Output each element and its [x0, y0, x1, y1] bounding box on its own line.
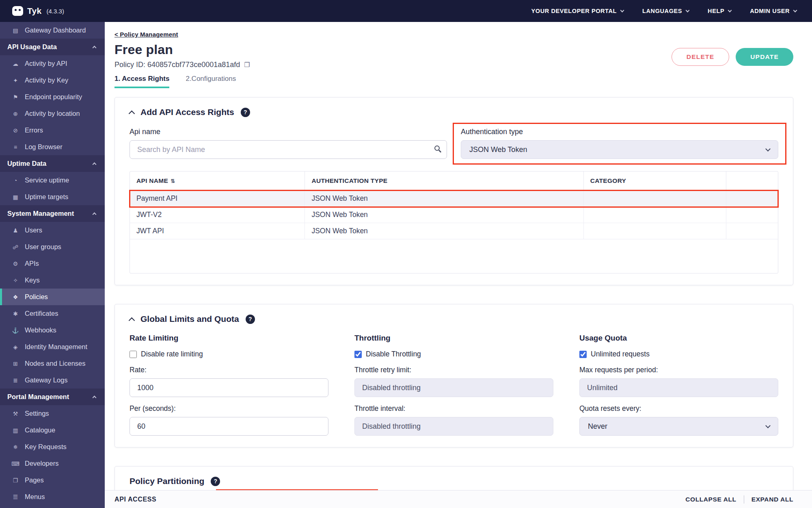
sidebar-item-user-groups[interactable]: ☍ User groups — [0, 239, 105, 255]
help-icon[interactable]: ? — [241, 108, 250, 117]
sidebar-item-webhooks[interactable]: ⚓ Webhooks — [0, 322, 105, 339]
unlimited-requests-row: Unlimited requests — [579, 350, 778, 358]
throttle-interval-input[interactable] — [354, 417, 553, 436]
unlimited-requests-checkbox[interactable] — [579, 351, 587, 358]
sidebar-item-label: Activity by location — [25, 110, 80, 117]
sidebar-item-uptime-targets[interactable]: ▦ Uptime targets — [0, 189, 105, 205]
sidebar-item-nodes-and-licenses[interactable]: ⊞ Nodes and Licenses — [0, 355, 105, 372]
sidebar-item-activity-by-api[interactable]: ☁ Activity by API — [0, 55, 105, 72]
sidebar-item-activity-by-key[interactable]: ✦ Activity by Key — [0, 72, 105, 89]
sidebar-item-errors[interactable]: ⊘ Errors — [0, 122, 105, 139]
sidebar-item-gateway-logs[interactable]: ≣ Gateway Logs — [0, 372, 105, 389]
sidebar-item-certificates[interactable]: ✱ Certificates — [0, 305, 105, 322]
sidebar-section-system-management[interactable]: System Management — [0, 205, 105, 222]
throttle-interval-label: Throttle interval: — [354, 404, 553, 413]
max-requests-input[interactable] — [579, 378, 778, 397]
sort-icon[interactable]: ⇅ — [171, 178, 175, 184]
auth-type-select[interactable]: JSON Web Token — [461, 140, 778, 159]
tyk-logo[interactable]: Tyk (4.3.3) — [12, 6, 64, 16]
sidebar-item-label: Nodes and Licenses — [25, 360, 86, 367]
tabs: 1. Access Rights 2.Configurations — [114, 75, 793, 88]
delete-button[interactable]: DELETE — [672, 48, 729, 66]
collapse-icon[interactable] — [129, 317, 135, 323]
flag-icon: ⚑ — [11, 94, 20, 100]
catalogue-icon: ▥ — [11, 427, 20, 434]
col-header-api-name[interactable]: API NAME⇅ — [130, 172, 305, 191]
sidebar-item-label: Keys — [25, 276, 40, 284]
disable-throttling-row: Disable Throttling — [354, 350, 553, 358]
usage-quota-title: Usage Quota — [579, 334, 778, 343]
logs-icon: ≣ — [11, 377, 20, 384]
sidebar-item-catalogue[interactable]: ▥ Catalogue — [0, 422, 105, 439]
sidebar-item-gateway-dashboard[interactable]: ▤ Gateway Dashboard — [0, 22, 105, 39]
table-row-jwt-v2[interactable]: JWT-V2 JSON Web Token — [130, 207, 778, 223]
access-rights-card: Add API Access Rights ? Api name Authent… — [114, 97, 793, 285]
admin-user-menu[interactable]: ADMIN USER — [750, 8, 797, 14]
sidebar-item-label: Catalogue — [25, 426, 55, 434]
sidebar-item-label: Webhooks — [25, 326, 56, 334]
pages-icon: ❐ — [11, 477, 20, 484]
help-icon[interactable]: ? — [246, 315, 255, 324]
sidebar-item-label: Settings — [25, 410, 49, 417]
sidebar-item-label: Key Requests — [25, 443, 67, 451]
sidebar-item-keys[interactable]: ✧ Keys — [0, 272, 105, 289]
quota-resets-select[interactable]: Never — [579, 417, 778, 436]
sidebar-item-activity-by-location[interactable]: ⊕ Activity by location — [0, 105, 105, 122]
sidebar-item-service-uptime[interactable]: ◔ Service uptime — [0, 172, 105, 189]
sidebar-item-label: Uptime targets — [25, 193, 68, 201]
collapse-all-button[interactable]: COLLAPSE ALL — [685, 496, 736, 503]
collapse-icon[interactable] — [129, 110, 135, 117]
api-access-section-label: API ACCESS — [114, 496, 156, 503]
languages-menu[interactable]: LANGUAGES — [642, 8, 689, 14]
developer-portal-menu[interactable]: YOUR DEVELOPER PORTAL — [531, 8, 624, 14]
sidebar-section-label: System Management — [7, 210, 74, 217]
sidebar-section-uptime-data[interactable]: Uptime Data — [0, 155, 105, 172]
sidebar-item-label: APIs — [25, 260, 39, 267]
help-icon[interactable]: ? — [211, 477, 220, 486]
copy-icon[interactable]: ❐ — [244, 61, 250, 69]
main-content: < Policy Management Free plan Policy ID:… — [105, 22, 812, 490]
sidebar-section-portal-management[interactable]: Portal Management — [0, 389, 105, 405]
disable-throttling-checkbox[interactable] — [354, 351, 362, 358]
rate-input[interactable] — [130, 378, 328, 397]
sidebar-item-log-browser[interactable]: ≡ Log Browser — [0, 139, 105, 155]
partitioning-card: Policy Partitioning ? Enforce access rig… — [114, 466, 793, 490]
sidebar-item-pages[interactable]: ❐ Pages — [0, 472, 105, 488]
sidebar-section-api-usage-data[interactable]: API Usage Data — [0, 39, 105, 55]
sidebar-item-users[interactable]: ♟ Users — [0, 222, 105, 239]
api-search-input[interactable] — [130, 140, 447, 159]
throttle-retry-limit-input[interactable] — [354, 378, 553, 397]
sidebar-item-label: User groups — [25, 243, 61, 251]
cell-auth-type: JSON Web Token — [305, 191, 583, 207]
col-header-category: CATEGORY — [583, 172, 726, 191]
sidebar-item-endpoint-popularity[interactable]: ⚑ Endpoint popularity — [0, 89, 105, 105]
disable-rate-limiting-checkbox[interactable] — [130, 351, 137, 358]
sidebar-item-apis[interactable]: ⚙ APIs — [0, 255, 105, 272]
sidebar-item-key-requests[interactable]: ✵ Key Requests — [0, 439, 105, 455]
max-requests-label: Max requests per period: — [579, 366, 778, 374]
chevron-down-icon — [793, 9, 797, 13]
tyk-logo-text: Tyk — [27, 6, 42, 16]
auth-type-label: Authentication type — [461, 128, 778, 136]
tab-access-rights[interactable]: 1. Access Rights — [114, 75, 169, 88]
expand-all-button[interactable]: EXPAND ALL — [752, 496, 793, 503]
sidebar-item-developers[interactable]: ⌨ Developers — [0, 455, 105, 472]
update-button[interactable]: UPDATE — [736, 48, 793, 66]
sidebar-item-settings[interactable]: ⚒ Settings — [0, 405, 105, 422]
breadcrumb[interactable]: < Policy Management — [114, 31, 178, 38]
limits-title: Global Limits and Quota — [140, 314, 239, 324]
sidebar-item-identity-management[interactable]: ◈ Identity Management — [0, 339, 105, 355]
col-header-empty — [726, 172, 778, 191]
sidebar-item-policies[interactable]: ❖ Policies — [0, 289, 105, 305]
tab-configurations[interactable]: 2.Configurations — [186, 75, 236, 88]
usage-quota-column: Usage Quota Unlimited requests Max reque… — [579, 334, 778, 436]
help-menu[interactable]: HELP — [708, 8, 731, 14]
throttle-retry-limit-label: Throttle retry limit: — [354, 366, 553, 374]
cell-auth-type: JSON Web Token — [305, 207, 583, 223]
cell-api-name: JWT API — [130, 223, 305, 239]
per-seconds-input[interactable] — [130, 417, 328, 436]
sidebar-item-menus[interactable]: ☰ Menus — [0, 488, 105, 505]
footer-bar: API ACCESS COLLAPSE ALL EXPAND ALL — [105, 490, 812, 508]
table-row-payment-api[interactable]: Payment API JSON Web Token — [130, 191, 778, 207]
table-row-jwt-api[interactable]: JWT API JSON Web Token — [130, 223, 778, 239]
